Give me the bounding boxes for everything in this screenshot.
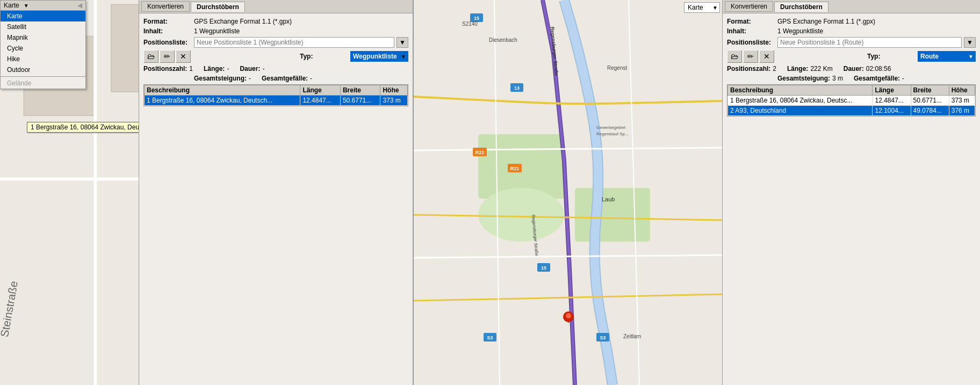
right-positionsliste-arrow[interactable]: ▼	[964, 37, 976, 48]
left-positionszahl-value: 1	[189, 65, 193, 72]
left-positionsliste-row: Positionsliste: ▼	[143, 37, 408, 48]
dropdown-label: Karte	[4, 2, 19, 9]
left-positionsliste-label: Positionsliste:	[143, 39, 192, 46]
right-row2-laenge: 12.1004...	[873, 106, 911, 116]
left-row1-laenge: 12.4847...	[300, 96, 341, 106]
right-th-laenge: Länge	[873, 85, 911, 96]
right-durchstobern-tab[interactable]: Durchstöbern	[774, 2, 828, 12]
right-map-area[interactable]: Regensburger Straße Regensburger Straße …	[414, 0, 722, 385]
left-gesamtsteigung-value: -	[249, 75, 251, 82]
right-panel-content: Format: GPS Exchange Format 1.1 (*.gpx) …	[723, 13, 980, 121]
left-toolbar: Konvertieren Durchstöbern	[139, 0, 413, 13]
svg-text:Gewerbegebiet: Gewerbegebiet	[596, 125, 626, 130]
svg-text:R21: R21	[475, 150, 485, 155]
svg-text:Regenst: Regenst	[607, 65, 627, 71]
dropdown-resize-handle: ◀	[77, 2, 82, 9]
right-positionszahl-value: 2	[773, 65, 776, 72]
left-buttons-row: 🗁 ✏ ✕	[143, 50, 191, 63]
right-positionsliste-label: Positionsliste:	[727, 39, 775, 46]
table-row[interactable]: 2 A93, Deutschland 12.1004... 49.0784...…	[728, 106, 975, 116]
right-map-select[interactable]: Karte Satellit Mapnik	[684, 2, 720, 13]
dropdown-item-outdoor[interactable]: Outdoor	[1, 64, 85, 75]
left-durchstobern-tab[interactable]: Durchstöbern	[191, 2, 245, 12]
left-konvertieren-btn[interactable]: Konvertieren	[141, 1, 190, 12]
left-table-container[interactable]: Beschreibung Länge Breite Höhe 1 Bergstr…	[143, 84, 408, 106]
svg-text:S3: S3	[487, 335, 493, 340]
left-data-table: Beschreibung Länge Breite Höhe 1 Bergstr…	[144, 85, 408, 106]
svg-rect-40	[414, 0, 722, 385]
svg-text:15: 15	[474, 16, 479, 21]
right-row2-breite: 49.0784...	[911, 106, 949, 116]
svg-point-73	[566, 313, 571, 318]
right-inhalt-label: Inhalt:	[727, 27, 775, 35]
right-th-breite: Breite	[911, 85, 949, 96]
right-map-select-wrapper[interactable]: Karte Satellit Mapnik ▼	[684, 2, 720, 13]
svg-text:Zeitlarn: Zeitlarn	[623, 333, 641, 339]
right-table-container[interactable]: Beschreibung Länge Breite Höhe 1 Bergstr…	[727, 84, 976, 117]
right-typ-label: Typ:	[867, 53, 916, 60]
right-open-icon: 🗁	[731, 52, 738, 61]
dropdown-divider	[1, 76, 85, 77]
right-edit-btn[interactable]: ✏	[743, 50, 758, 63]
right-typ-select[interactable]: Wegpunktliste Route	[918, 51, 976, 62]
left-th-beschreibung: Beschreibung	[145, 85, 300, 96]
left-typ-select-wrapper[interactable]: Wegpunktliste Route ▼	[350, 51, 408, 62]
app-container: Bergstraße Höhenweg Steinstraße Lindenst…	[0, 0, 980, 385]
dropdown-item-satellit[interactable]: Satellit	[1, 21, 85, 32]
left-positionsliste-arrow[interactable]: ▼	[397, 37, 408, 48]
right-format-value: GPS Exchange Format 1.1 (*.gpx)	[777, 18, 875, 25]
left-th-breite: Breite	[340, 85, 380, 96]
right-panel: Regensburger Straße Regensburger Straße …	[414, 0, 980, 385]
right-typ-container: Typ: Wegpunktliste Route ▼	[867, 51, 976, 62]
left-delete-icon: ✕	[180, 52, 186, 61]
dropdown-item-hike[interactable]: Hike	[1, 54, 85, 64]
left-dauer-value: -	[262, 65, 264, 72]
right-inhalt-value: 1 Wegpunktliste	[777, 27, 823, 35]
left-open-btn[interactable]: 🗁	[143, 50, 158, 63]
right-row1-beschreibung: 1 Bergstraße 16, 08064 Zwickau, Deutsc..…	[728, 96, 873, 106]
right-stats-row1: Positionszahl: 2 Länge: 222 Km Dauer: 02…	[727, 65, 976, 72]
left-table-body: 1 Bergstraße 16, 08064 Zwickau, Deutsch.…	[145, 96, 408, 106]
right-open-btn[interactable]: 🗁	[727, 50, 742, 63]
right-th-hoehe: Höhe	[949, 85, 975, 96]
left-edit-icon: ✏	[164, 52, 170, 61]
left-delete-btn[interactable]: ✕	[176, 50, 191, 63]
right-stats-row2: Gesamtsteigung: 3 m Gesamtgefälle: -	[727, 75, 976, 82]
right-format-label: Format:	[727, 18, 775, 25]
map-dropdown-menu[interactable]: Karte ▼ ◀ Karte Satellit Mapnik Cycle Hi…	[0, 0, 86, 89]
right-table-header-row: Beschreibung Länge Breite Höhe	[728, 85, 975, 96]
svg-text:S3: S3	[600, 335, 606, 340]
table-row[interactable]: 1 Bergstraße 16, 08064 Zwickau, Deutsch.…	[145, 96, 408, 106]
right-map-controls[interactable]: Karte Satellit Mapnik ▼	[684, 2, 720, 13]
right-dauer-value: 02:08:56	[866, 65, 891, 72]
right-typ-select-wrapper[interactable]: Wegpunktliste Route ▼	[918, 51, 976, 62]
right-gesamtsteigung-value: 3 m	[832, 75, 843, 82]
right-positionsliste-input[interactable]	[777, 37, 962, 48]
right-konvertieren-btn[interactable]: Konvertieren	[725, 1, 773, 12]
dropdown-item-mapnik[interactable]: Mapnik	[1, 32, 85, 43]
left-panel-content: Format: GPS Exchange Format 1.1 (*.gpx) …	[139, 13, 413, 111]
right-delete-btn[interactable]: ✕	[759, 50, 774, 63]
left-th-laenge: Länge	[300, 85, 341, 96]
left-edit-btn[interactable]: ✏	[160, 50, 175, 63]
left-positionsliste-input[interactable]	[194, 37, 394, 48]
left-table-header-row: Beschreibung Länge Breite Höhe	[145, 85, 408, 96]
right-positionszahl-label: Positionszahl:	[727, 65, 770, 72]
left-typ-select[interactable]: Wegpunktliste Route	[350, 51, 408, 62]
left-format-value: GPS Exchange Format 1.1 (*.gpx)	[194, 18, 292, 25]
right-table-body: 1 Bergstraße 16, 08064 Zwickau, Deutsc..…	[728, 96, 975, 116]
dropdown-item-cycle[interactable]: Cycle	[1, 43, 85, 54]
right-laenge-label: Länge:	[787, 65, 808, 72]
dropdown-item-karte[interactable]: Karte	[1, 11, 85, 21]
left-typ-container: Typ: Wegpunktliste Route ▼	[300, 51, 408, 62]
svg-text:Regenstauf Sp...: Regenstauf Sp...	[596, 132, 629, 136]
right-gesamtgefalle-value: -	[902, 75, 904, 82]
right-row1-laenge: 12.4847...	[873, 96, 911, 106]
right-buttons-row: 🗁 ✏ ✕	[727, 50, 774, 63]
left-row1-beschreibung: 1 Bergstraße 16, 08064 Zwickau, Deutsch.…	[145, 96, 300, 106]
dropdown-header[interactable]: Karte ▼ ◀	[1, 1, 85, 11]
table-row[interactable]: 1 Bergstraße 16, 08064 Zwickau, Deutsc..…	[728, 96, 975, 106]
svg-text:Diesenbach: Diesenbach	[489, 37, 517, 43]
right-toolbar: Konvertieren Durchstöbern	[723, 0, 980, 13]
svg-text:S2140: S2140	[462, 21, 478, 27]
